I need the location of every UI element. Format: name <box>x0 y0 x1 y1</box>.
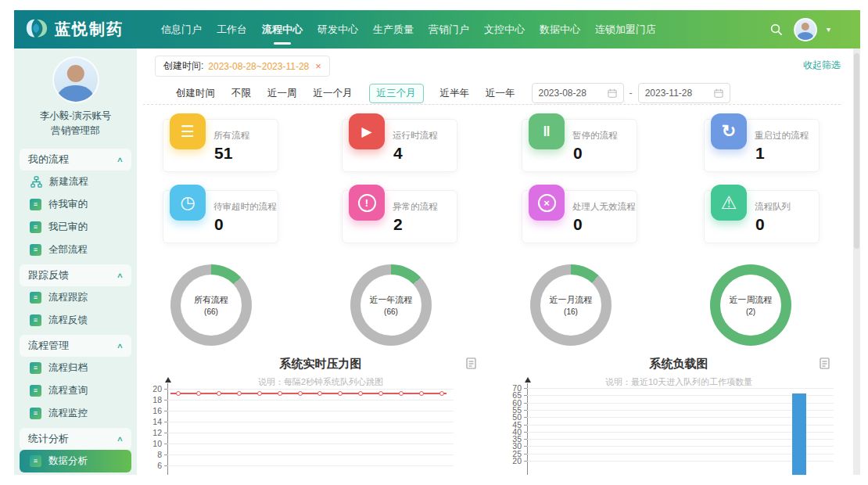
tick-mark <box>524 417 527 418</box>
data-point <box>399 391 404 396</box>
close-icon[interactable]: × <box>315 60 321 72</box>
gridline <box>527 454 834 454</box>
gridline <box>167 465 454 466</box>
sidebar-menu: 我的流程∧新建流程≡待我审的≡我已审的≡全部流程跟踪反馈∧≡流程跟踪≡流程反馈流… <box>20 146 131 472</box>
search-icon[interactable] <box>769 22 784 38</box>
pressure-chart-plot: 20181614121086 <box>145 355 497 475</box>
filter-option[interactable]: 近一年 <box>486 87 515 100</box>
stat-card: ⚠流程队列0 <box>704 190 820 243</box>
donut-chart: 近一周流程(2) <box>710 264 791 346</box>
tick-mark <box>524 454 527 454</box>
tick-label: 14 <box>145 418 162 426</box>
date-separator: - <box>629 88 633 99</box>
stat-card-label: 流程队列 <box>755 201 791 213</box>
stat-card: ×处理人无效流程0 <box>522 190 637 243</box>
doc-icon: ≡ <box>30 455 41 467</box>
donut-center: 近一月流程(16) <box>540 275 601 336</box>
stat-card-value: 1 <box>755 144 765 163</box>
sidebar-section-header[interactable]: 统计分析∧ <box>20 428 131 450</box>
filter-option[interactable]: 近半年 <box>440 87 470 100</box>
gridline <box>167 444 454 444</box>
calendar-icon <box>714 88 723 98</box>
sidebar-section-title: 流程管理 <box>28 339 69 353</box>
collapse-filters-link[interactable]: 收起筛选 <box>803 59 841 72</box>
sidebar-item[interactable]: ≡我已审的 <box>20 216 131 239</box>
topnav-item[interactable]: 文控中心 <box>484 18 525 41</box>
sidebar-item[interactable]: ≡数据分析 <box>20 450 131 472</box>
tick-mark <box>524 388 527 389</box>
sidebar-section-title: 统计分析 <box>28 432 69 446</box>
chevron-down-icon[interactable]: ▾ <box>827 25 830 34</box>
x-circle-icon: × <box>529 185 565 221</box>
sidebar-item-label: 流程监控 <box>48 407 88 420</box>
tick-label: 8 <box>145 451 162 458</box>
sidebar-item-label: 数据分析 <box>48 454 88 468</box>
donut-center: 所有流程(66) <box>181 275 242 336</box>
stat-card-value: 2 <box>393 215 403 234</box>
profile-avatar[interactable] <box>52 56 99 103</box>
doc-icon: ≡ <box>30 362 41 374</box>
sidebar-item[interactable]: 新建流程 <box>20 171 131 193</box>
vertical-scrollbar[interactable] <box>853 48 860 475</box>
sidebar-item[interactable]: ≡流程反馈 <box>20 309 131 332</box>
tick-mark <box>524 446 527 447</box>
sidebar-item[interactable]: ≡待我审的 <box>20 193 131 216</box>
doc-icon: ≡ <box>30 292 41 304</box>
sidebar-item[interactable]: ≡流程跟踪 <box>20 286 131 309</box>
topnav-item[interactable]: 生产质量 <box>373 18 414 41</box>
chevron-up-icon: ∧ <box>117 156 124 163</box>
warning-triangle-icon: ⚠ <box>711 185 747 221</box>
stat-card-value: 4 <box>393 144 403 163</box>
sidebar-item[interactable]: ≡流程查询 <box>20 379 131 402</box>
topnav-item[interactable]: 连锁加盟门店 <box>595 18 656 41</box>
load-chart: 系统负载图 说明：最近10天进入队列的工作项数量 706560555045403… <box>504 355 853 475</box>
donut-label: 近一月流程 <box>550 294 593 306</box>
sidebar-item[interactable]: ≡流程监控 <box>20 402 131 425</box>
stat-card-label: 暂停的流程 <box>572 130 618 142</box>
filter-tag-created-time: 创建时间: 2023-08-28~2023-11-28 × <box>155 56 330 77</box>
topnav-item[interactable]: 营销门户 <box>429 18 469 41</box>
stat-card-label: 待审超时的流程 <box>213 201 277 213</box>
chevron-up-icon: ∧ <box>117 271 124 279</box>
gridline <box>167 411 454 411</box>
topnav-item[interactable]: 数据中心 <box>540 18 580 41</box>
donut-count: (66) <box>204 307 218 316</box>
sidebar-item[interactable]: ≡流程归档 <box>20 357 131 379</box>
filter-options: 不限近一周近一个月近三个月近半年近一年 <box>231 84 515 103</box>
filter-option-selected[interactable]: 近三个月 <box>369 84 424 103</box>
sidebar-item[interactable]: ≡全部流程 <box>20 239 131 261</box>
gridline <box>167 400 454 401</box>
data-point <box>419 391 424 396</box>
filter-option[interactable]: 近一周 <box>267 87 297 100</box>
filter-option[interactable]: 近一个月 <box>314 87 353 100</box>
tick-mark <box>524 410 527 411</box>
date-from-input[interactable]: 2023-08-28 <box>532 83 624 103</box>
topnav-item[interactable]: 信息门户 <box>161 18 202 41</box>
sidebar-section-header[interactable]: 我的流程∧ <box>20 149 131 171</box>
stat-card-value: 0 <box>214 215 224 234</box>
filter-option[interactable]: 不限 <box>231 87 251 100</box>
pause-icon: ‖ <box>529 113 565 149</box>
data-point <box>217 391 221 396</box>
tick-mark <box>524 439 527 440</box>
brand-logo[interactable]: 蓝悦制药 <box>25 17 156 42</box>
topnav-item[interactable]: 研发中心 <box>317 18 358 41</box>
sidebar-section-header[interactable]: 跟踪反馈∧ <box>20 264 131 286</box>
scrollbar-thumb[interactable] <box>854 53 859 249</box>
topnav-item[interactable]: 工作台 <box>217 18 247 41</box>
stat-card-value: 0 <box>573 215 583 234</box>
doc-icon: ≡ <box>30 199 41 210</box>
donut-chart: 近一月流程(16) <box>530 264 612 346</box>
app-window: 蓝悦制药 信息门户工作台流程中心研发中心生产质量营销门户文控中心数据中心连锁加盟… <box>14 10 860 475</box>
user-avatar[interactable] <box>794 18 817 41</box>
stat-card: ▶运行时流程4 <box>342 119 457 172</box>
topnav-item[interactable]: 流程中心 <box>262 18 303 41</box>
sidebar-section-header[interactable]: 流程管理∧ <box>20 335 131 357</box>
tick-label: 20 <box>504 457 522 465</box>
tick-mark <box>164 465 167 466</box>
tick-label: 18 <box>145 396 162 404</box>
chevron-up-icon: ∧ <box>117 342 124 350</box>
topnav-menu: 信息门户工作台流程中心研发中心生产质量营销门户文控中心数据中心连锁加盟门店 <box>161 18 656 41</box>
tick-label: 16 <box>145 407 162 415</box>
date-to-input[interactable]: 2023-11-28 <box>638 83 730 103</box>
